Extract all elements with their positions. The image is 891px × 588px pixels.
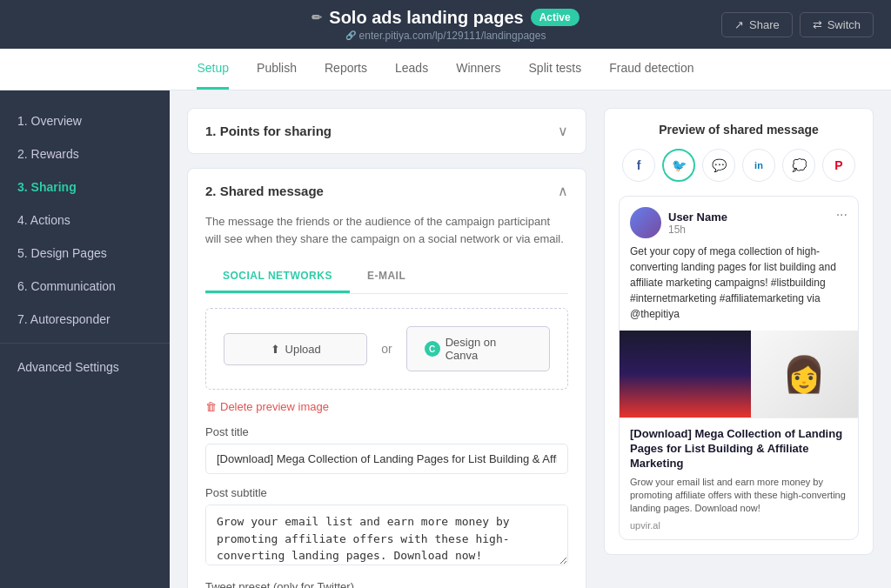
tab-social-networks[interactable]: SOCIAL NETWORKS xyxy=(205,261,350,293)
preview-card: Preview of shared message f 🐦 💬 in 💭 P xyxy=(604,108,874,555)
social-icons-row: f 🐦 💬 in 💭 P xyxy=(619,149,859,182)
switch-button[interactable]: ⇄ Switch xyxy=(800,12,874,37)
upload-label: Upload xyxy=(285,343,321,356)
tweet-img-right: 👩 xyxy=(751,331,858,418)
switch-label: Switch xyxy=(827,18,861,31)
topbar: ✏ Solo ads landing pages Active 🔗 enter.… xyxy=(0,0,891,49)
tweet-link-url: upvir.al xyxy=(630,520,847,531)
section2-title: 2. Shared message xyxy=(205,184,324,198)
left-panel: 1. Points for sharing ∨ 2. Shared messag… xyxy=(187,108,586,588)
page-title: Solo ads landing pages xyxy=(329,8,523,28)
accordion-section-2: 2. Shared message ∧ The message the frie… xyxy=(187,168,586,588)
sidebar-item-communication[interactable]: 6. Communication xyxy=(0,270,170,303)
switch-icon: ⇄ xyxy=(813,18,822,31)
share-icon: ↗ xyxy=(734,18,744,31)
tab-publish[interactable]: Publish xyxy=(257,49,297,90)
tweet-img-person: 👩 xyxy=(751,331,858,418)
tweet-preview: User Name 15h ··· Get your copy of mega … xyxy=(619,196,859,540)
social-messenger-icon[interactable]: 💭 xyxy=(782,149,815,182)
sidebar-item-autoresponder[interactable]: 7. Autoresponder xyxy=(0,303,170,336)
accordion-header-2[interactable]: 2. Shared message ∧ xyxy=(188,169,586,213)
sidebar-advanced-settings[interactable]: Advanced Settings xyxy=(0,351,170,384)
upload-icon: ⬆ xyxy=(271,343,280,356)
right-panel: Preview of shared message f 🐦 💬 in 💭 P xyxy=(604,108,874,588)
section2-description: The message the friends or the audience … xyxy=(205,213,568,247)
tab-reports[interactable]: Reports xyxy=(325,49,367,90)
nav-tabs: Setup Publish Reports Leads Winners Spli… xyxy=(0,49,891,90)
chevron-up-icon: ∧ xyxy=(558,183,568,199)
canva-label: Design on Canva xyxy=(446,336,532,362)
tweet-preset-group: Tweet preset (only for Twitter) Get your… xyxy=(205,580,568,588)
tab-split-tests[interactable]: Split tests xyxy=(529,49,582,90)
sidebar-item-actions[interactable]: 4. Actions xyxy=(0,204,170,237)
tweet-user: User Name 15h xyxy=(630,207,727,238)
delete-preview-label: Delete preview image xyxy=(220,400,329,413)
tweet-user-info: User Name 15h xyxy=(668,210,727,236)
more-options-icon[interactable]: ··· xyxy=(836,207,847,223)
post-subtitle-input[interactable]: Grow your email list and earn more money… xyxy=(205,504,568,565)
tweet-img-left xyxy=(620,331,751,418)
topbar-url: 🔗 enter.pitiya.com/lp/129111/landingpage… xyxy=(345,30,546,42)
sidebar-item-overview[interactable]: 1. Overview xyxy=(0,104,170,137)
sidebar-item-sharing[interactable]: 3. Sharing xyxy=(0,170,170,204)
social-linkedin-icon[interactable]: in xyxy=(742,149,775,182)
delete-preview-button[interactable]: 🗑 Delete preview image xyxy=(205,400,568,413)
tweet-header: User Name 15h ··· xyxy=(620,197,858,244)
tweet-link-title: [Download] Mega Collection of Landing Pa… xyxy=(630,427,847,471)
post-subtitle-group: Post subtitle Grow your email list and e… xyxy=(205,486,568,568)
social-pinterest-icon[interactable]: P xyxy=(822,149,855,182)
tab-email[interactable]: E-MAIL xyxy=(350,261,423,293)
sidebar-divider xyxy=(0,343,170,344)
tweet-image: 👩 xyxy=(620,331,858,418)
social-whatsapp-icon[interactable]: 💬 xyxy=(702,149,735,182)
tab-winners[interactable]: Winners xyxy=(456,49,500,90)
social-facebook-icon[interactable]: f xyxy=(622,149,655,182)
accordion-body-2: The message the friends or the audience … xyxy=(188,213,586,588)
content-area: 1. Points for sharing ∨ 2. Shared messag… xyxy=(170,90,891,588)
section1-title: 1. Points for sharing xyxy=(205,124,332,138)
post-title-input[interactable] xyxy=(205,444,568,474)
tweet-link-preview: [Download] Mega Collection of Landing Pa… xyxy=(620,418,858,539)
accordion-header-1[interactable]: 1. Points for sharing ∨ xyxy=(188,109,586,153)
canva-button[interactable]: C Design on Canva xyxy=(406,326,550,371)
upload-area: ⬆ Upload or C Design on Canva xyxy=(205,308,568,390)
tweet-preset-label: Tweet preset (only for Twitter) xyxy=(205,580,568,588)
or-text: or xyxy=(381,342,392,356)
social-twitter-icon[interactable]: 🐦 xyxy=(662,149,695,182)
link-icon: 🔗 xyxy=(345,30,356,40)
preview-title: Preview of shared message xyxy=(619,123,859,137)
sidebar: 1. Overview 2. Rewards 3. Sharing 4. Act… xyxy=(0,90,170,588)
post-title-label: Post title xyxy=(205,425,568,438)
tweet-image-inner: 👩 xyxy=(620,331,858,418)
tweet-link-desc: Grow your email list and earn more money… xyxy=(630,476,847,516)
share-button[interactable]: ↗ Share xyxy=(721,12,793,37)
sidebar-item-design-pages[interactable]: 5. Design Pages xyxy=(0,237,170,270)
delete-icon: 🗑 xyxy=(205,400,217,413)
inner-tabs: SOCIAL NETWORKS E-MAIL xyxy=(205,261,568,294)
topbar-actions: ↗ Share ⇄ Switch xyxy=(721,12,874,37)
topbar-title-row: ✏ Solo ads landing pages Active xyxy=(312,8,579,28)
avatar xyxy=(630,207,661,238)
upload-button[interactable]: ⬆ Upload xyxy=(224,333,367,365)
tab-leads[interactable]: Leads xyxy=(395,49,428,90)
post-title-group: Post title xyxy=(205,425,568,474)
tab-fraud-detection[interactable]: Fraud detection xyxy=(609,49,693,90)
canva-icon: C xyxy=(425,341,440,357)
share-label: Share xyxy=(749,18,780,31)
topbar-center: ✏ Solo ads landing pages Active 🔗 enter.… xyxy=(312,8,579,42)
post-subtitle-label: Post subtitle xyxy=(205,486,568,499)
main-layout: 1. Overview 2. Rewards 3. Sharing 4. Act… xyxy=(0,90,891,588)
accordion-section-1: 1. Points for sharing ∨ xyxy=(187,108,586,154)
tweet-username: User Name xyxy=(668,210,727,224)
tweet-text: Get your copy of mega collection of high… xyxy=(620,244,858,331)
tweet-time: 15h xyxy=(668,224,727,236)
edit-icon: ✏ xyxy=(312,10,322,24)
active-badge: Active xyxy=(531,9,579,26)
sidebar-item-rewards[interactable]: 2. Rewards xyxy=(0,137,170,170)
tab-setup[interactable]: Setup xyxy=(197,49,229,90)
topbar-url-text: enter.pitiya.com/lp/129111/landingpages xyxy=(359,30,546,42)
chevron-down-icon: ∨ xyxy=(558,123,568,139)
